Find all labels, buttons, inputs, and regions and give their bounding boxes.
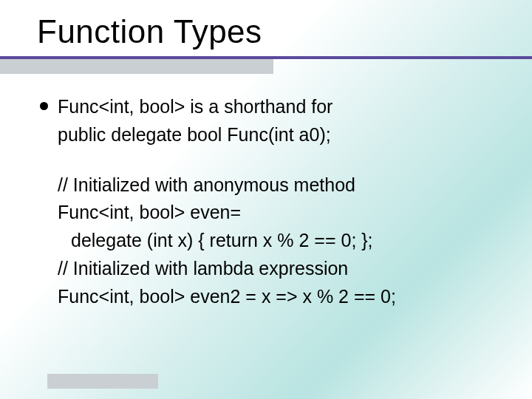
bullet-item: Func<int, bool> is a shorthand for publi… bbox=[58, 95, 495, 148]
code-line-1: // Initialized with anonymous method bbox=[58, 173, 495, 198]
footer-decoration bbox=[47, 374, 158, 389]
title-rule bbox=[0, 56, 532, 74]
slide-title: Function Types bbox=[37, 13, 532, 50]
slide: Function Types Func<int, bool> is a shor… bbox=[0, 0, 532, 399]
bullet-line-1: Func<int, bool> is a shorthand for bbox=[58, 95, 495, 120]
bullet-line-2: public delegate bool Func(int a0); bbox=[58, 123, 495, 148]
rule-sub bbox=[0, 59, 273, 74]
code-line-4: // Initialized with lambda expression bbox=[58, 256, 495, 282]
code-line-3: delegate (int x) { return x % 2 == 0; }; bbox=[58, 228, 495, 253]
code-line-5: Func<int, bool> even2 = x => x % 2 == 0; bbox=[58, 284, 495, 310]
content-area: Func<int, bool> is a shorthand for publi… bbox=[0, 74, 532, 309]
code-line-2: Func<int, bool> even= bbox=[58, 200, 495, 225]
title-block: Function Types bbox=[0, 0, 532, 50]
bullet-icon bbox=[40, 102, 48, 110]
code-block: // Initialized with anonymous method Fun… bbox=[58, 173, 495, 310]
